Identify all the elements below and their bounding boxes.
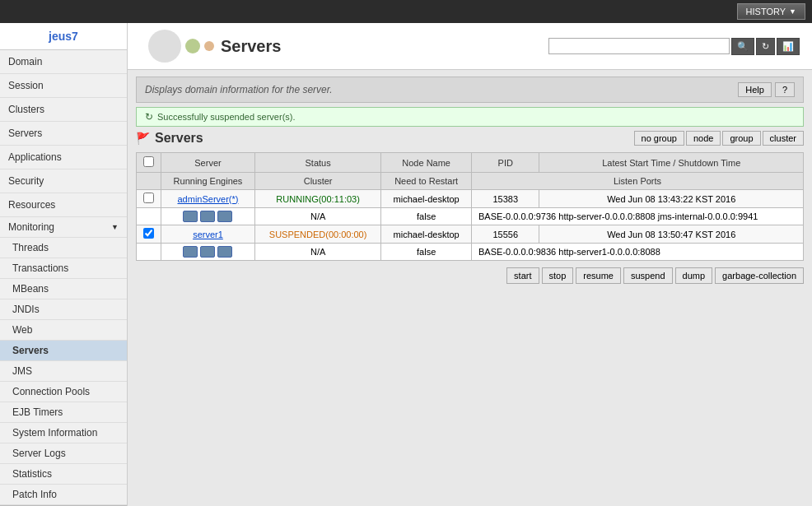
th-pid: PID	[472, 153, 539, 173]
row1-node: michael-desktop	[381, 190, 472, 208]
engine-icon-5	[200, 246, 215, 258]
row1-pid: 15383	[472, 190, 539, 208]
servers-flag-icon: 🚩	[136, 132, 150, 145]
servers-table: Server Status Node Name PID Latest Start…	[136, 152, 804, 261]
cluster-button[interactable]: cluster	[763, 131, 804, 146]
sidebar-sub-web[interactable]: Web	[0, 320, 127, 341]
engine-icon-3	[217, 211, 232, 222]
sidebar-sub-patch-info[interactable]: Patch Info	[0, 485, 127, 505]
page-title: Servers	[140, 30, 281, 63]
stop-button[interactable]: stop	[542, 267, 574, 284]
export-button[interactable]: 📊	[777, 38, 800, 55]
sidebar-sub-servers[interactable]: Servers	[0, 341, 127, 361]
success-text: Successfully suspended server(s).	[157, 112, 296, 122]
no-group-button[interactable]: no group	[634, 131, 684, 146]
group-buttons: no group node group cluster	[634, 131, 804, 146]
th-status: Status	[254, 153, 380, 173]
row1-checkbox[interactable]	[143, 193, 154, 203]
start-button[interactable]: start	[506, 267, 539, 284]
th-listen-ports: Listen Ports	[472, 173, 804, 190]
sidebar-item-security[interactable]: Security	[0, 169, 127, 193]
circle-medium	[185, 39, 200, 53]
sidebar-item-applications[interactable]: Applications	[0, 146, 127, 169]
row2-checkbox[interactable]	[143, 228, 154, 239]
row1-cluster: N/A	[254, 208, 380, 225]
sidebar-sub-jms[interactable]: JMS	[0, 361, 127, 382]
table-row-sub: N/A false BASE-0.0.0.0:9736 http-server-…	[137, 208, 804, 225]
notice-text: Displays domain information for the serv…	[145, 84, 333, 95]
row1-server-name[interactable]: adminServer(*)	[161, 190, 255, 208]
title-text: Servers	[221, 37, 281, 56]
sidebar-item-session[interactable]: Session	[0, 74, 127, 98]
row2-node: michael-desktop	[381, 225, 472, 244]
row2-engines	[161, 244, 255, 261]
sidebar-sub-ejb-timers[interactable]: EJB Timers	[0, 402, 127, 423]
sidebar-sub-threads[interactable]: Threads	[0, 238, 127, 258]
servers-section: 🚩 Servers no group node group cluster Se…	[128, 131, 812, 506]
garbage-collection-button[interactable]: garbage-collection	[715, 267, 804, 284]
select-all-checkbox[interactable]	[143, 156, 154, 167]
sidebar-sub-transactions[interactable]: Transactions	[0, 258, 127, 279]
sidebar-sub-system-info[interactable]: System Information	[0, 423, 127, 443]
th-latest-start: Latest Start Time / Shutdown Time	[539, 153, 804, 173]
servers-header: 🚩 Servers no group node group cluster	[136, 131, 804, 146]
content-header: Servers 🔍 ↻ 📊	[128, 23, 812, 70]
sidebar-monitoring[interactable]: Monitoring	[0, 217, 127, 238]
sidebar-sub-statistics[interactable]: Statistics	[0, 464, 127, 485]
success-icon: ↻	[145, 111, 153, 123]
row1-need-restart: false	[381, 208, 472, 225]
sidebar-sub-mbeans[interactable]: MBeans	[0, 279, 127, 299]
dump-button[interactable]: dump	[675, 267, 713, 284]
search-bar: 🔍 ↻ 📊	[548, 38, 800, 55]
history-button[interactable]: HISTORY	[737, 3, 805, 20]
monitoring-label: Monitoring	[8, 221, 54, 233]
circle-small	[204, 41, 214, 51]
sidebar-sub-connection-pools[interactable]: Connection Pools	[0, 382, 127, 402]
th-need-restart: Need to Restart	[381, 173, 472, 190]
row2-latest-start: Wed Jun 08 13:50:47 KST 2016	[539, 225, 804, 244]
table-header-row: Server Status Node Name PID Latest Start…	[137, 153, 804, 173]
sidebar-item-resources[interactable]: Resources	[0, 193, 127, 217]
servers-section-title: 🚩 Servers	[136, 131, 203, 146]
th-running-engines: Running Engines	[161, 173, 255, 190]
search-button[interactable]: 🔍	[731, 38, 754, 55]
search-input[interactable]	[548, 38, 730, 54]
table-sub-header-row: Running Engines Cluster Need to Restart …	[137, 173, 804, 190]
sidebar-item-servers[interactable]: Servers	[0, 122, 127, 146]
row1-sub-empty	[137, 208, 161, 225]
row1-engines	[161, 208, 255, 225]
success-message: ↻ Successfully suspended server(s).	[136, 107, 804, 127]
group-button[interactable]: group	[722, 131, 760, 146]
th-server: Server	[161, 153, 255, 173]
help-icon-button[interactable]: ?	[775, 82, 795, 97]
resume-button[interactable]: resume	[576, 267, 621, 284]
th-node: Node Name	[381, 153, 472, 173]
node-button[interactable]: node	[686, 131, 721, 146]
refresh-button[interactable]: ↻	[756, 38, 775, 55]
row2-listen-ports: BASE-0.0.0.0:9836 http-server1-0.0.0.0:8…	[472, 244, 804, 261]
table-row: adminServer(*) RUNNING(00:11:03) michael…	[137, 190, 804, 208]
table-row: server1 SUSPENDED(00:00:00) michael-desk…	[137, 225, 804, 244]
row2-status: SUSPENDED(00:00:00)	[254, 225, 380, 244]
action-buttons: start stop resume suspend dump garbage-c…	[136, 267, 804, 284]
sidebar-sub-server-logs[interactable]: Server Logs	[0, 443, 127, 464]
sidebar-logo[interactable]: jeus7	[0, 23, 127, 50]
engine-icon-4	[183, 246, 198, 258]
row2-need-restart: false	[381, 244, 472, 261]
row1-latest-start: Wed Jun 08 13:43:22 KST 2016	[539, 190, 804, 208]
engine-icon-1	[183, 211, 198, 222]
sidebar-item-clusters[interactable]: Clusters	[0, 98, 127, 122]
engine-icon-2	[200, 211, 215, 222]
table-row-sub: N/A false BASE-0.0.0.0:9836 http-server1…	[137, 244, 804, 261]
row2-cluster: N/A	[254, 244, 380, 261]
suspend-button[interactable]: suspend	[623, 267, 673, 284]
row1-checkbox-cell	[137, 190, 161, 208]
row1-listen-ports: BASE-0.0.0.0:9736 http-server-0.0.0.0:88…	[472, 208, 804, 225]
sidebar-sub-jndis[interactable]: JNDIs	[0, 299, 127, 320]
row2-server-name[interactable]: server1	[161, 225, 255, 244]
th-empty	[137, 173, 161, 190]
row1-status: RUNNING(00:11:03)	[254, 190, 380, 208]
help-button[interactable]: Help	[738, 82, 772, 97]
sidebar-item-domain[interactable]: Domain	[0, 50, 127, 74]
engine-icon-6	[217, 246, 232, 258]
